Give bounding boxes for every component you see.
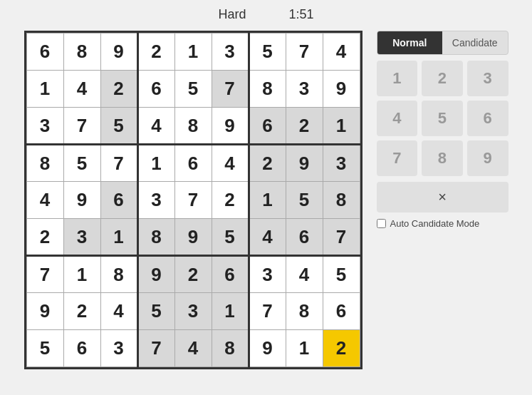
- sudoku-cell[interactable]: 8: [63, 34, 100, 71]
- difficulty-label: Hard: [218, 7, 246, 22]
- sudoku-cell[interactable]: 5: [174, 71, 212, 108]
- sudoku-cell[interactable]: 9: [323, 71, 360, 108]
- sudoku-cell[interactable]: 5: [323, 256, 360, 293]
- sudoku-grid: 6892135741426578393754896218571642934963…: [24, 31, 363, 369]
- sudoku-cell[interactable]: 6: [100, 182, 137, 219]
- sudoku-cell[interactable]: 7: [323, 219, 360, 256]
- sudoku-cell[interactable]: 9: [100, 34, 137, 71]
- sudoku-cell[interactable]: 2: [63, 293, 100, 330]
- sudoku-cell[interactable]: 6: [26, 34, 63, 71]
- sudoku-cell[interactable]: 7: [212, 71, 249, 108]
- sudoku-cell[interactable]: 2: [100, 71, 137, 108]
- sudoku-cell[interactable]: 4: [63, 71, 100, 108]
- sudoku-cell[interactable]: 4: [212, 145, 249, 182]
- sudoku-cell[interactable]: 8: [26, 145, 63, 182]
- sudoku-cell[interactable]: 8: [323, 182, 360, 219]
- sudoku-cell[interactable]: 7: [137, 330, 174, 367]
- sudoku-cell[interactable]: 5: [100, 108, 137, 145]
- sudoku-cell[interactable]: 7: [63, 108, 100, 145]
- sudoku-cell[interactable]: 1: [249, 182, 286, 219]
- sudoku-cell[interactable]: 4: [100, 293, 137, 330]
- sudoku-cell[interactable]: 8: [137, 219, 174, 256]
- sudoku-cell[interactable]: 4: [286, 256, 323, 293]
- sudoku-cell[interactable]: 1: [286, 330, 323, 367]
- sidebar: Normal Candidate 123456789 × Auto Candid…: [377, 31, 508, 229]
- numpad-button-5[interactable]: 5: [422, 101, 463, 136]
- sudoku-cell[interactable]: 2: [212, 182, 249, 219]
- sudoku-cell[interactable]: 4: [26, 182, 63, 219]
- numpad-button-9[interactable]: 9: [467, 140, 508, 176]
- sudoku-cell[interactable]: 9: [137, 256, 174, 293]
- sudoku-cell[interactable]: 3: [249, 256, 286, 293]
- sudoku-cell[interactable]: 2: [323, 330, 360, 367]
- sudoku-cell[interactable]: 1: [26, 71, 63, 108]
- sudoku-cell[interactable]: 9: [212, 108, 249, 145]
- sudoku-cell[interactable]: 6: [63, 330, 100, 367]
- sudoku-cell[interactable]: 3: [63, 219, 100, 256]
- sudoku-cell[interactable]: 5: [26, 330, 63, 367]
- sudoku-cell[interactable]: 2: [174, 256, 212, 293]
- sudoku-cell[interactable]: 4: [137, 108, 174, 145]
- sudoku-cell[interactable]: 6: [249, 108, 286, 145]
- numpad-button-6[interactable]: 6: [467, 101, 508, 136]
- sudoku-cell[interactable]: 6: [174, 145, 212, 182]
- sudoku-cell[interactable]: 5: [137, 293, 174, 330]
- auto-candidate-checkbox[interactable]: [377, 219, 386, 228]
- sudoku-cell[interactable]: 6: [137, 71, 174, 108]
- sudoku-cell[interactable]: 8: [212, 330, 249, 367]
- sudoku-cell[interactable]: 1: [100, 219, 137, 256]
- numpad-button-1[interactable]: 1: [377, 61, 418, 96]
- sudoku-cell[interactable]: 7: [100, 145, 137, 182]
- sudoku-cell[interactable]: 9: [286, 145, 323, 182]
- sudoku-cell[interactable]: 5: [212, 219, 249, 256]
- sudoku-cell[interactable]: 8: [286, 293, 323, 330]
- numpad: 123456789: [377, 61, 508, 176]
- sudoku-cell[interactable]: 9: [63, 182, 100, 219]
- sudoku-cell[interactable]: 5: [63, 145, 100, 182]
- candidate-mode-button[interactable]: Candidate: [442, 31, 508, 54]
- sudoku-cell[interactable]: 2: [286, 108, 323, 145]
- sudoku-cell[interactable]: 3: [137, 182, 174, 219]
- numpad-button-8[interactable]: 8: [422, 140, 463, 176]
- sudoku-cell[interactable]: 3: [26, 108, 63, 145]
- sudoku-cell[interactable]: 9: [26, 293, 63, 330]
- normal-mode-button[interactable]: Normal: [377, 31, 443, 54]
- numpad-button-2[interactable]: 2: [422, 61, 463, 96]
- sudoku-cell[interactable]: 7: [174, 182, 212, 219]
- sudoku-cell[interactable]: 1: [323, 108, 360, 145]
- numpad-button-3[interactable]: 3: [467, 61, 508, 96]
- sudoku-cell[interactable]: 8: [100, 256, 137, 293]
- sudoku-cell[interactable]: 8: [249, 71, 286, 108]
- sudoku-cell[interactable]: 4: [249, 219, 286, 256]
- sudoku-cell[interactable]: 6: [212, 256, 249, 293]
- sudoku-cell[interactable]: 9: [174, 219, 212, 256]
- sudoku-cell[interactable]: 7: [286, 34, 323, 71]
- sudoku-cell[interactable]: 3: [212, 34, 249, 71]
- sudoku-cell[interactable]: 6: [286, 219, 323, 256]
- sudoku-cell[interactable]: 3: [174, 293, 212, 330]
- sudoku-cell[interactable]: 7: [249, 293, 286, 330]
- auto-candidate-label: Auto Candidate Mode: [390, 218, 480, 229]
- timer-label: 1:51: [288, 7, 313, 22]
- numpad-button-4[interactable]: 4: [377, 101, 418, 136]
- sudoku-cell[interactable]: 5: [286, 182, 323, 219]
- sudoku-cell[interactable]: 7: [26, 256, 63, 293]
- sudoku-cell[interactable]: 6: [323, 293, 360, 330]
- erase-button[interactable]: ×: [377, 182, 508, 212]
- sudoku-cell[interactable]: 2: [249, 145, 286, 182]
- sudoku-cell[interactable]: 1: [137, 145, 174, 182]
- sudoku-cell[interactable]: 1: [63, 256, 100, 293]
- sudoku-cell[interactable]: 2: [26, 219, 63, 256]
- sudoku-cell[interactable]: 2: [137, 34, 174, 71]
- numpad-button-7[interactable]: 7: [377, 140, 418, 176]
- sudoku-cell[interactable]: 3: [323, 145, 360, 182]
- sudoku-cell[interactable]: 4: [323, 34, 360, 71]
- sudoku-cell[interactable]: 3: [286, 71, 323, 108]
- sudoku-cell[interactable]: 4: [174, 330, 212, 367]
- sudoku-cell[interactable]: 3: [100, 330, 137, 367]
- sudoku-cell[interactable]: 8: [174, 108, 212, 145]
- sudoku-cell[interactable]: 5: [249, 34, 286, 71]
- sudoku-cell[interactable]: 9: [249, 330, 286, 367]
- sudoku-cell[interactable]: 1: [212, 293, 249, 330]
- sudoku-cell[interactable]: 1: [174, 34, 212, 71]
